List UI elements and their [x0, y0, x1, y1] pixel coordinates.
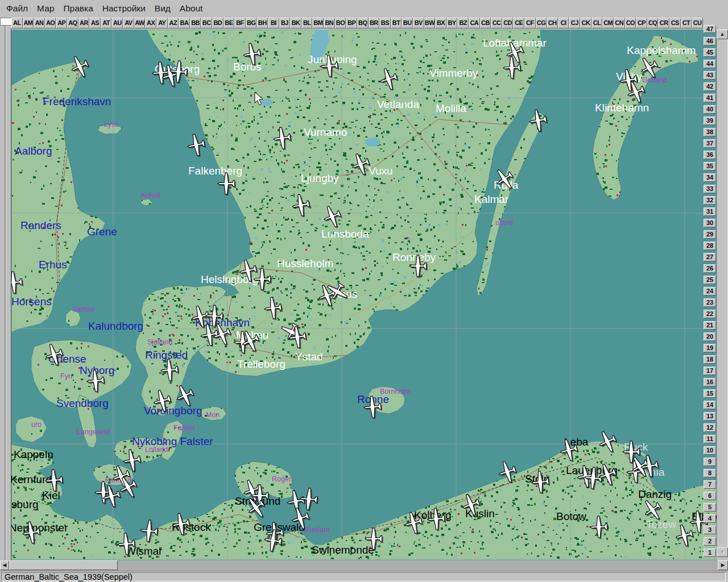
col-header-BZ[interactable]: BZ — [457, 18, 469, 28]
row-header-22[interactable]: 22 — [704, 310, 716, 318]
menu-item-view[interactable]: Вид — [155, 0, 171, 17]
row-header-6[interactable]: 6 — [704, 492, 716, 500]
row-header-21[interactable]: 21 — [704, 321, 716, 330]
col-header-BL[interactable]: BL — [301, 18, 313, 28]
col-header-CB[interactable]: CB — [480, 18, 491, 28]
row-header-34[interactable]: 34 — [704, 173, 716, 182]
col-header-AT[interactable]: AT — [101, 18, 112, 28]
row-header-23[interactable]: 23 — [704, 298, 716, 307]
menu-item-file[interactable]: Файл — [6, 0, 28, 17]
col-header-CO[interactable]: CO — [625, 18, 636, 28]
scroll-left-button[interactable]: ◀ — [0, 560, 9, 570]
col-header-CM[interactable]: CM — [602, 18, 614, 28]
col-header-AS[interactable]: AS — [89, 18, 101, 28]
col-header-BD[interactable]: BD — [212, 18, 224, 28]
col-header-CS[interactable]: CS — [669, 18, 681, 28]
row-header-39[interactable]: 39 — [704, 117, 716, 125]
col-header-BT[interactable]: BT — [391, 18, 402, 28]
row-header-1[interactable]: 1 — [704, 548, 716, 557]
row-header-45[interactable]: 45 — [704, 48, 716, 57]
col-header-CK[interactable]: CK — [580, 18, 592, 28]
horizontal-scrollbar-track[interactable] — [118, 560, 718, 570]
map-canvas[interactable]: LysoAnholtSamsoFynSjullanduroLangelandMo… — [11, 30, 717, 560]
row-header-25[interactable]: 25 — [704, 276, 716, 284]
col-header-AN[interactable]: AN — [34, 18, 45, 28]
col-header-AM[interactable]: AM — [23, 18, 34, 28]
col-header-AV[interactable]: AV — [123, 18, 134, 28]
left-splitter-strip[interactable] — [0, 26, 11, 560]
row-header-18[interactable]: 18 — [704, 355, 716, 364]
row-header-38[interactable]: 38 — [704, 128, 716, 136]
col-header-BE[interactable]: BE — [224, 18, 235, 28]
row-header-20[interactable]: 20 — [704, 332, 716, 341]
col-header-CE[interactable]: CE — [513, 18, 524, 28]
row-header-35[interactable]: 35 — [704, 162, 716, 171]
row-header-5[interactable]: 5 — [704, 503, 716, 512]
row-header-40[interactable]: 40 — [704, 105, 716, 114]
row-header-47[interactable]: 47 — [704, 25, 716, 33]
row-header-31[interactable]: 31 — [704, 207, 716, 216]
col-header-AW[interactable]: AW — [134, 18, 146, 28]
col-header-BJ[interactable]: BJ — [279, 18, 291, 28]
col-header-BY[interactable]: BY — [446, 18, 458, 28]
col-header-BB[interactable]: BB — [190, 18, 201, 28]
col-header-CI[interactable]: CI — [558, 18, 569, 28]
menu-item-map[interactable]: Мар — [37, 0, 54, 17]
row-header-30[interactable]: 30 — [704, 219, 716, 227]
col-header-CH[interactable]: CH — [547, 18, 558, 28]
col-header-BQ[interactable]: BQ — [357, 18, 369, 28]
col-header-BR[interactable]: BR — [369, 18, 380, 28]
col-header-CC[interactable]: CC — [491, 18, 502, 28]
row-header-16[interactable]: 16 — [704, 378, 716, 386]
col-header-CG[interactable]: CG — [536, 18, 547, 28]
row-header-14[interactable]: 14 — [704, 401, 716, 409]
col-header-CF[interactable]: CF — [524, 18, 536, 28]
col-header-BU[interactable]: BU — [402, 18, 413, 28]
col-header-BW[interactable]: BW — [424, 18, 436, 28]
col-header-BA[interactable]: BA — [179, 18, 190, 28]
col-header-CA[interactable]: CA — [469, 18, 480, 28]
col-header-BK[interactable]: BK — [290, 18, 301, 28]
col-header-CL[interactable]: CL — [592, 18, 603, 28]
row-header-26[interactable]: 26 — [704, 264, 716, 273]
col-header-CN[interactable]: CN — [614, 18, 625, 28]
row-header-36[interactable]: 36 — [704, 151, 716, 159]
row-header-42[interactable]: 42 — [704, 82, 716, 91]
row-header-9[interactable]: 9 — [704, 458, 716, 466]
col-header-CR[interactable]: CR — [658, 18, 669, 28]
row-header-10[interactable]: 10 — [704, 446, 716, 455]
menu-item-edit[interactable]: Правка — [63, 0, 93, 17]
row-header-29[interactable]: 29 — [704, 230, 716, 239]
row-header-24[interactable]: 24 — [704, 287, 716, 296]
row-header-13[interactable]: 13 — [704, 412, 716, 421]
row-header-32[interactable]: 32 — [704, 196, 716, 205]
row-header-43[interactable]: 43 — [704, 71, 716, 80]
row-header-3[interactable]: 3 — [704, 526, 716, 534]
col-header-BH[interactable]: BH — [257, 18, 268, 28]
row-header-41[interactable]: 41 — [704, 94, 716, 102]
col-header-BO[interactable]: BO — [335, 18, 346, 28]
col-header-AX[interactable]: AX — [145, 18, 156, 28]
col-header-BV[interactable]: BV — [413, 18, 424, 28]
scroll-down-button[interactable]: ▼ — [717, 547, 728, 557]
col-header-CJ[interactable]: CJ — [569, 18, 580, 28]
col-header-BX[interactable]: BX — [435, 18, 446, 28]
col-header-AL[interactable]: AL — [11, 18, 23, 28]
col-header-BM[interactable]: BM — [312, 18, 324, 28]
col-header-AU[interactable]: AU — [111, 18, 123, 28]
menu-item-settings[interactable]: Настройки — [102, 0, 146, 17]
col-header-BF[interactable]: BF — [234, 18, 246, 28]
col-header-CD[interactable]: CD — [502, 18, 514, 28]
col-header-CP[interactable]: CP — [636, 18, 647, 28]
row-header-11[interactable]: 11 — [704, 435, 716, 443]
row-header-28[interactable]: 28 — [704, 242, 716, 250]
col-header-AR[interactable]: AR — [78, 18, 90, 28]
row-header-46[interactable]: 46 — [704, 37, 716, 45]
col-header-AP[interactable]: AP — [56, 18, 67, 28]
row-header-44[interactable]: 44 — [704, 60, 716, 68]
row-header-4[interactable]: 4 — [704, 514, 716, 523]
row-header-17[interactable]: 17 — [704, 367, 716, 375]
col-header-CQ[interactable]: CQ — [647, 18, 659, 28]
col-header-AZ[interactable]: AZ — [168, 18, 179, 28]
row-header-19[interactable]: 19 — [704, 344, 716, 352]
